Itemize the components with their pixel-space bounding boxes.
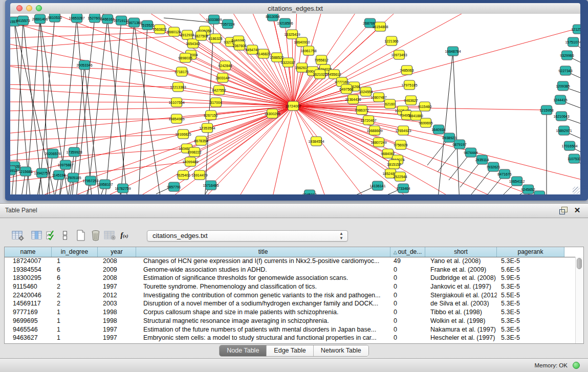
cell-short[interactable]: Franke et al. (2009) (425, 266, 497, 274)
graph-node[interactable]: 19384554 (308, 137, 324, 146)
cell-short[interactable]: Stergiakouli et al. (2012) (425, 291, 497, 300)
cell-pagerank[interactable]: 5.6E-5 (497, 266, 564, 274)
graph-node[interactable]: 9227343 (558, 66, 572, 76)
graph-node[interactable]: 1212591 (571, 25, 580, 34)
table-mode-button[interactable] (10, 228, 26, 243)
graph-node[interactable]: 2718176 (175, 67, 188, 77)
graph-node[interactable]: 14136141 (369, 181, 385, 191)
graph-node[interactable]: 1640934 (431, 125, 445, 135)
graph-node[interactable]: 9329966 (560, 51, 574, 60)
citation-network-graph[interactable]: 4155714941557320691406981053310653287152… (10, 14, 580, 194)
graph-node[interactable]: 12213383 (170, 82, 186, 92)
cell-pagerank[interactable]: 5.3E-5 (497, 334, 564, 342)
graph-node[interactable]: 6497568 (339, 84, 353, 94)
cell-short[interactable]: Yano et al. (2008) (425, 257, 497, 266)
cell-name[interactable]: 14569117 (5, 299, 52, 308)
graph-node[interactable]: 9245652 (521, 185, 535, 194)
graph-node[interactable]: 1209385 (556, 81, 570, 91)
table-row[interactable]: 1872400712008Changes of HCN gene express… (5, 257, 575, 266)
vertical-scrollbar[interactable] (575, 257, 583, 343)
graph-node[interactable]: 7932621 (486, 162, 500, 172)
graph-node[interactable]: 2803144 (215, 73, 229, 83)
row-height-button[interactable] (57, 228, 73, 243)
graph-node[interactable]: 1145194 (52, 170, 66, 180)
graph-node[interactable]: 18640910 (294, 37, 310, 47)
table-selector-dropdown[interactable]: citations_edges.txt ▲▼ (147, 230, 348, 242)
cell-title[interactable]: Estimation of the future numbers of pati… (136, 325, 390, 334)
graph-node[interactable]: 9810533 (48, 14, 61, 23)
cell-in-degree[interactable]: 1 (52, 308, 98, 317)
graph-node[interactable]: 9699695 (419, 118, 432, 128)
cell-pagerank[interactable]: 5.3E-5 (497, 257, 564, 266)
column-header-pagerank[interactable]: pagerank (497, 247, 564, 257)
tab-node-table[interactable]: Node Table (220, 345, 266, 356)
cell-title[interactable]: Genome-wide association studies in ADHD. (136, 266, 390, 274)
graph-node[interactable]: 8471676 (497, 169, 511, 179)
cell-in-degree[interactable]: 2 (52, 291, 98, 300)
graph-node[interactable]: 2367608 (232, 41, 246, 51)
cell-out-de-[interactable]: 49 (390, 257, 425, 266)
cell-out-de-[interactable]: 0 (390, 282, 425, 291)
cell-year[interactable]: 1997 (98, 334, 136, 342)
graph-node[interactable]: 1527602 (88, 14, 101, 23)
graph-node[interactable]: 12353594 (199, 123, 215, 133)
cell-in-degree[interactable]: 1 (52, 334, 98, 342)
float-panel-icon[interactable] (559, 207, 568, 214)
cell-title[interactable]: Structural magnetic resonance image aver… (136, 317, 390, 325)
cell-in-degree[interactable]: 1 (52, 317, 98, 325)
cell-name[interactable]: 18724007 (5, 257, 52, 266)
graph-node[interactable]: 8427552 (212, 85, 226, 95)
column-header-short[interactable]: short (425, 247, 497, 257)
graph-node[interactable]: 9756928 (394, 140, 407, 150)
graph-node[interactable]: 21364436 (345, 95, 361, 104)
graph-node[interactable]: 17957253 (82, 176, 98, 186)
cell-short[interactable]: de Silva et al. (2003) (425, 299, 497, 308)
cell-year[interactable]: 2008 (98, 257, 136, 266)
column-header-out-de-[interactable]: △out_de... (390, 247, 425, 257)
scrollbar-thumb[interactable] (577, 258, 582, 269)
graph-node[interactable]: 9115460 (418, 102, 432, 112)
cell-pagerank[interactable]: 5.3E-5 (497, 282, 564, 291)
cell-year[interactable]: 2008 (98, 274, 136, 282)
graph-node[interactable]: 9474444 (464, 148, 477, 158)
graph-node[interactable]: 10654112 (509, 177, 525, 186)
cell-name[interactable]: 9115460 (5, 282, 52, 291)
graph-node[interactable]: 7357224 (221, 19, 234, 29)
cell-in-degree[interactable]: 2 (52, 299, 98, 308)
close-panel-icon[interactable]: ✕ (573, 206, 582, 215)
cell-name[interactable]: 18300295 (5, 274, 52, 282)
function-builder-button[interactable]: f(x) (117, 228, 132, 243)
table-row[interactable]: 911546021997Tourette syndrome. Phenomeno… (5, 282, 575, 291)
cell-out-de-[interactable]: 0 (390, 308, 425, 317)
column-visibility-button[interactable] (29, 228, 45, 243)
network-graph-canvas[interactable]: 4155714941557320691406981053310653287152… (10, 14, 580, 194)
graph-node[interactable]: 17975185 (401, 80, 417, 90)
cell-short[interactable]: Tibbo et al. (1998) (425, 308, 497, 317)
graph-node[interactable]: 1998222 (187, 147, 201, 157)
column-header-name[interactable]: name (5, 247, 52, 257)
select-columns-button[interactable] (43, 228, 58, 243)
column-header-title[interactable]: title (136, 247, 390, 257)
cell-pagerank[interactable]: 5.5E-5 (497, 291, 564, 300)
graph-node[interactable]: 8267150 (204, 111, 217, 120)
cell-out-de-[interactable]: 0 (390, 325, 425, 334)
cell-in-degree[interactable]: 2 (52, 282, 98, 291)
graph-node[interactable]: 17016504 (561, 141, 577, 151)
graph-node[interactable]: 1107533 (568, 154, 580, 164)
cell-year[interactable]: 1998 (98, 317, 136, 325)
cell-in-degree[interactable]: 1 (52, 325, 98, 334)
graph-node[interactable]: 7485063 (400, 65, 413, 75)
cell-title[interactable]: Corpus callosum shape and size in male p… (136, 308, 390, 317)
cell-title[interactable]: Investigating the contribution of common… (136, 291, 390, 300)
cell-year[interactable]: 1997 (98, 282, 136, 291)
cell-year[interactable]: 2009 (98, 266, 136, 274)
graph-node[interactable]: 17654923 (395, 126, 411, 136)
cell-out-de-[interactable]: 0 (390, 291, 425, 300)
cell-year[interactable]: 1997 (98, 325, 136, 334)
cell-pagerank[interactable]: 5.9E-5 (497, 274, 564, 282)
cell-pagerank[interactable]: 5.3E-5 (497, 308, 564, 317)
resize-grip-icon[interactable] (573, 187, 580, 194)
cell-name[interactable]: 9777169 (5, 308, 52, 317)
graph-node[interactable]: 9463627 (404, 96, 418, 105)
graph-node[interactable]: 1215688 (18, 167, 32, 177)
